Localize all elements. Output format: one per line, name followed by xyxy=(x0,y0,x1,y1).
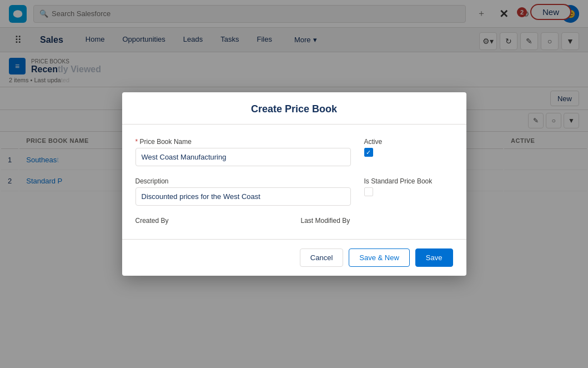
form-row-3: Created By Last Modified By xyxy=(135,217,453,226)
created-by-label: Created By xyxy=(135,217,288,225)
field-is-standard: Is Standard Price Book xyxy=(364,177,453,206)
description-input[interactable] xyxy=(135,187,351,206)
create-price-book-modal: Create Price Book * Price Book Name Acti… xyxy=(122,92,466,276)
modal-body: * Price Book Name Active ✓ Description xyxy=(122,125,466,239)
modal-title: Create Price Book xyxy=(135,103,453,115)
form-row-2: Description Is Standard Price Book xyxy=(135,177,453,206)
modal-header: Create Price Book xyxy=(122,92,466,125)
price-book-name-input[interactable] xyxy=(135,148,351,166)
active-checkbox-wrapper: ✓ xyxy=(364,148,453,157)
field-price-book-name: * Price Book Name xyxy=(135,138,351,166)
last-modified-by-label: Last Modified By xyxy=(301,217,453,225)
field-description: Description xyxy=(135,177,351,206)
modal-overlay: Create Price Book * Price Book Name Acti… xyxy=(0,0,588,368)
label-text: Price Book Name xyxy=(140,138,192,146)
field-active: Active ✓ xyxy=(364,138,453,166)
cancel-button[interactable]: Cancel xyxy=(300,248,343,267)
required-asterisk: * xyxy=(135,138,140,146)
field-created-by: Created By xyxy=(135,217,288,226)
save-new-button[interactable]: Save & New xyxy=(349,248,410,267)
active-label: Active xyxy=(364,138,453,146)
is-standard-checkbox-wrapper xyxy=(364,187,453,196)
field-last-modified-by: Last Modified By xyxy=(301,217,453,226)
active-checkbox[interactable]: ✓ xyxy=(364,148,373,157)
save-button[interactable]: Save xyxy=(415,248,453,267)
description-label: Description xyxy=(135,177,351,185)
price-book-name-label: * Price Book Name xyxy=(135,138,351,146)
modal-footer: Cancel Save & New Save xyxy=(122,239,466,276)
form-row-1: * Price Book Name Active ✓ xyxy=(135,138,453,166)
is-standard-checkbox[interactable] xyxy=(364,187,373,196)
is-standard-label: Is Standard Price Book xyxy=(364,177,453,185)
